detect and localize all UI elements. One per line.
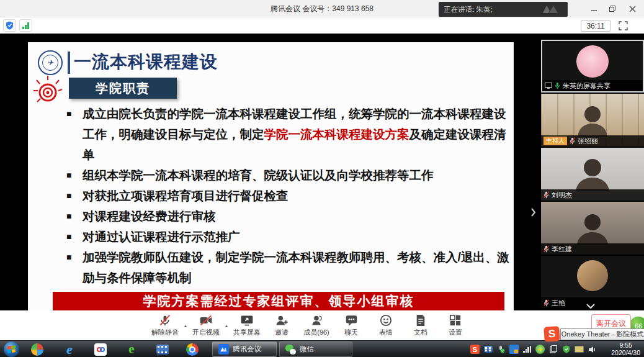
media-player-icon[interactable] [155,342,170,356]
section-badge: 学院职责 [69,78,177,99]
members-icon [310,314,323,327]
host-badge: 主持人 [543,137,567,145]
tile-label: 朱英的屏幕共享 [542,80,643,91]
person-silhouette [571,157,614,191]
restore-button[interactable] [603,0,622,17]
tile-label: 刘明杰 [541,189,644,201]
mic-muted-icon [543,191,549,199]
members-button[interactable]: 成员(96) [299,312,334,339]
chat-button[interactable]: 聊天 [334,312,369,339]
bullet-marker: ■ [66,165,71,186]
windows-logo-icon [7,345,16,353]
participant-name: 王艳 [552,299,565,308]
bullet-4-text: 对课程建设经费进行审核 [83,209,216,223]
mic-muted-icon [543,245,549,253]
onekey-theater-tooltip: Onekey Theater - 影院模式 [560,328,644,340]
mic-muted-icon [159,314,171,327]
bullet-marker: ■ [66,186,71,206]
bullet-item-4: ■对课程建设经费进行审核 [66,206,511,227]
restore-icon [609,5,616,12]
mute-options-arrow[interactable]: ▲ [182,312,189,339]
avatar-tulips [576,45,609,78]
participant-name: 朱英的屏幕共享 [563,81,610,91]
bullet-1-highlight: 学院一流本科课程建设方案 [264,127,409,141]
taskbar-item-meeting[interactable]: 腾讯会议 [212,341,277,357]
clock-date: 2020/4/30 [611,349,640,356]
tray-audio-icon[interactable] [496,345,506,354]
toolbar-label: 聊天 [344,328,358,337]
pinwheel-app-icon[interactable] [30,342,45,356]
bullet-item-2: ■组织本学院一流本科课程的培育、院级认证以及向学校推荐等工作 [66,165,511,186]
video-tile-participant[interactable]: 刘明杰 [541,148,644,201]
tray-network-icon[interactable] [522,345,532,354]
video-tile-screen-share[interactable]: 朱英的屏幕共享 [541,40,644,93]
mic-muted-icon [570,137,575,145]
emoji-button[interactable]: 表情 [369,312,403,339]
bullet-marker: ■ [66,206,71,227]
start-video-button[interactable]: 开启视频 [189,312,223,339]
windows-taskbar: e e 腾讯会议 微信 S + 9:55 2020/4/30 [0,340,644,357]
security-status-button[interactable] [3,19,16,32]
unmute-button[interactable]: 解除静音 [148,312,182,339]
tile-label: 主持人 张绍丽 [541,135,644,147]
minimize-button[interactable] [584,0,603,17]
university-logo: ✈ [38,50,63,75]
tray-sogou-icon[interactable]: S [470,345,480,354]
tray-security-icon[interactable] [509,345,519,354]
chevron-right-icon [530,207,536,217]
toolbar-label: 文档 [414,328,427,337]
avatar-painting [577,260,608,291]
panel-collapse-chevron[interactable] [530,205,539,220]
bullet-6-text: 加强学院教师队伍建设，制定学院一流本科课程教师聘用、考核、准入/退出、激励与条件… [83,250,509,284]
bullet-2-text: 组织本学院一流本科课程的培育、院级认证以及向学校推荐等工作 [83,168,434,182]
sogou-input-icon[interactable]: S [543,326,560,342]
share-screen-icon [240,314,254,327]
participant-name: 刘明杰 [552,191,572,200]
tray-shield-icon[interactable] [561,345,571,354]
meeting-toolbar: 解除静音 ▲ 开启视频 ▲ 共享屏幕 邀请 成员(96) 聊天 表情 [0,310,644,340]
fullscreen-button[interactable] [617,20,629,32]
tray-media-icon[interactable] [483,345,493,354]
network-quality-button[interactable] [19,19,32,32]
share-screen-button[interactable]: 共享屏幕 [230,312,264,339]
toolbar-label: 共享屏幕 [233,328,261,337]
meeting-logo-icon [542,4,563,14]
video-tile-participant[interactable]: 李红建 [541,202,644,255]
invite-button[interactable]: 邀请 [264,312,299,339]
docs-button[interactable]: 文档 [403,312,438,339]
tray-safety-plus-icon[interactable]: + [535,345,545,354]
collapse-panel-button[interactable] [586,301,598,309]
tray-volume-icon[interactable] [588,345,597,354]
close-button[interactable] [623,0,642,17]
taskbar-item-wechat[interactable]: 微信 [279,341,352,357]
start-button[interactable] [4,341,19,357]
shield-icon [6,21,14,30]
wechat-icon [285,344,296,355]
toolbar-label: 开启视频 [192,328,220,337]
camera-off-icon [199,314,213,327]
bullet-list: ■成立由院长负责的学院一流本科课程建设工作组，统筹学院的一流本科课程建设工作，明… [66,104,511,288]
person-silhouette [573,104,612,137]
taskbar-clock[interactable]: 9:55 2020/4/30 [611,341,640,357]
university-logo-emblem: ✈ [42,55,58,71]
video-options-arrow[interactable]: ▲ [223,312,230,339]
bullet-5-text: 对通过认证课程进行示范推广 [83,230,240,243]
person-silhouette [572,212,613,245]
internet-explorer-icon[interactable]: e [62,342,77,356]
green-browser-icon[interactable]: e [124,342,139,356]
toolbar-label: 设置 [449,328,462,337]
chrome-icon[interactable] [185,342,200,356]
tray-display-icon[interactable] [575,346,584,353]
meeting-statusbar: 36:11 [0,17,644,34]
emoji-icon [380,314,392,327]
taskbar-item-label: 腾讯会议 [233,345,261,354]
bullet-item-3: ■对获批立项课程培育项目进行督促检查 [66,186,511,206]
mic-on-icon [555,82,560,89]
tencent-meeting-icon [218,344,229,355]
settings-button[interactable]: 设置 [438,312,473,339]
signal-bars-icon [22,22,29,29]
video-tile-host[interactable]: 主持人 张绍丽 [541,94,644,147]
tray-clipboard-icon[interactable] [548,345,558,354]
netdisk-app-icon[interactable] [93,342,108,356]
slide-title: 一流本科课程建设 [74,50,218,74]
